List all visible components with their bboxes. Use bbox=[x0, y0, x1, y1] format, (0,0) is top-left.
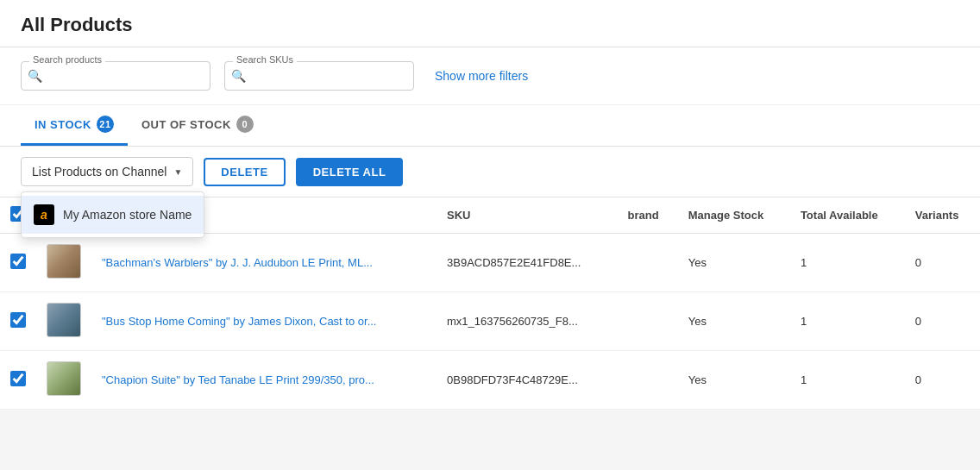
row1-image-cell bbox=[36, 234, 91, 292]
col-header-brand: brand bbox=[618, 197, 678, 234]
row1-variants-cell: 0 bbox=[905, 234, 980, 292]
row3-thumbnail bbox=[47, 361, 81, 396]
search-skus-field: Search SKUs 🔍 bbox=[224, 61, 414, 91]
row2-image-cell bbox=[36, 292, 91, 351]
row1-name-cell: "Bachman's Warblers" by J. J. Audubon LE… bbox=[91, 234, 437, 292]
page-header: All Products bbox=[0, 0, 980, 47]
search-products-input[interactable] bbox=[21, 61, 210, 91]
show-more-filters-link[interactable]: Show more filters bbox=[435, 69, 528, 83]
list-products-dropdown[interactable]: List Products on Channel ▼ bbox=[21, 157, 193, 186]
row1-total-available-cell: 1 bbox=[790, 234, 905, 292]
row1-checkbox[interactable] bbox=[10, 254, 26, 269]
amazon-store-name: My Amazon store Name bbox=[63, 208, 192, 222]
search-skus-label: Search SKUs bbox=[233, 54, 297, 65]
table-row: "Bachman's Warblers" by J. J. Audubon LE… bbox=[0, 234, 980, 292]
row3-image-cell bbox=[36, 351, 91, 410]
dropdown-label: List Products on Channel bbox=[32, 165, 166, 179]
search-skus-input[interactable] bbox=[224, 61, 414, 91]
delete-all-button[interactable]: DELETE ALL bbox=[296, 158, 404, 186]
row2-brand-cell bbox=[618, 292, 678, 351]
col-header-variants: Variants bbox=[905, 197, 980, 234]
page-title: All Products bbox=[21, 14, 959, 36]
row3-checkbox[interactable] bbox=[10, 371, 26, 386]
dropdown-menu: a My Amazon store Name bbox=[21, 191, 204, 238]
row1-brand-cell bbox=[618, 234, 678, 292]
row1-thumbnail bbox=[47, 244, 81, 279]
row2-check-cell bbox=[0, 292, 36, 351]
tab-in-stock-badge: 21 bbox=[97, 116, 114, 133]
row2-checkbox[interactable] bbox=[10, 312, 26, 328]
content-area: Search products 🔍 Search SKUs 🔍 Show mor… bbox=[0, 47, 980, 410]
search-products-field: Search products 🔍 bbox=[21, 61, 210, 91]
amazon-icon: a bbox=[34, 204, 54, 225]
row2-name-cell: "Bus Stop Home Coming" by James Dixon, C… bbox=[91, 292, 437, 351]
page-container: All Products Search products 🔍 Search SK… bbox=[0, 0, 980, 470]
row2-total-available-cell: 1 bbox=[790, 292, 905, 351]
row3-variants-cell: 0 bbox=[905, 351, 980, 410]
row1-check-cell bbox=[0, 234, 36, 292]
table-row: "Bus Stop Home Coming" by James Dixon, C… bbox=[0, 292, 980, 351]
search-products-icon: 🔍 bbox=[28, 69, 42, 83]
row3-sku-cell: 0B98DFD73F4C48729E... bbox=[437, 351, 618, 410]
search-skus-icon: 🔍 bbox=[231, 69, 246, 83]
tab-in-stock[interactable]: IN STOCK 21 bbox=[21, 105, 128, 146]
tabs-row: IN STOCK 21 OUT OF STOCK 0 bbox=[0, 105, 980, 147]
dropdown-item-amazon[interactable]: a My Amazon store Name bbox=[22, 196, 204, 234]
row2-sku-cell: mx1_163756260735_F8... bbox=[437, 292, 618, 351]
row3-name-cell: "Chapion Suite" by Ted Tanabe LE Print 2… bbox=[91, 351, 437, 410]
row3-brand-cell bbox=[618, 351, 678, 410]
row1-manage-stock-cell: Yes bbox=[678, 234, 790, 292]
table-row: "Chapion Suite" by Ted Tanabe LE Print 2… bbox=[0, 351, 980, 410]
tab-out-of-stock[interactable]: OUT OF STOCK 0 bbox=[128, 105, 267, 146]
row3-manage-stock-cell: Yes bbox=[678, 351, 790, 410]
row1-sku-cell: 3B9ACD857E2E41FD8E... bbox=[437, 234, 618, 292]
col-header-manage-stock: Manage Stock bbox=[678, 197, 790, 234]
col-header-sku: SKU bbox=[437, 197, 618, 234]
filters-row: Search products 🔍 Search SKUs 🔍 Show mor… bbox=[0, 47, 980, 105]
col-header-total-available: Total Available bbox=[790, 197, 905, 234]
chevron-down-icon: ▼ bbox=[173, 167, 182, 177]
row1-product-name[interactable]: "Bachman's Warblers" by J. J. Audubon LE… bbox=[102, 256, 373, 269]
search-products-label: Search products bbox=[29, 54, 105, 65]
delete-button[interactable]: DELETE bbox=[204, 158, 285, 186]
tab-in-stock-label: IN STOCK bbox=[35, 118, 91, 131]
actions-row: List Products on Channel ▼ a My Amazon s… bbox=[0, 147, 980, 197]
row2-thumbnail bbox=[47, 303, 81, 337]
tab-out-of-stock-badge: 0 bbox=[236, 116, 254, 133]
row3-check-cell bbox=[0, 351, 36, 410]
row3-total-available-cell: 1 bbox=[790, 351, 905, 410]
row2-product-name[interactable]: "Bus Stop Home Coming" by James Dixon, C… bbox=[102, 315, 376, 328]
row2-variants-cell: 0 bbox=[905, 292, 980, 351]
tab-out-of-stock-label: OUT OF STOCK bbox=[141, 118, 231, 131]
row3-product-name[interactable]: "Chapion Suite" by Ted Tanabe LE Print 2… bbox=[102, 373, 374, 386]
row2-manage-stock-cell: Yes bbox=[678, 292, 790, 351]
